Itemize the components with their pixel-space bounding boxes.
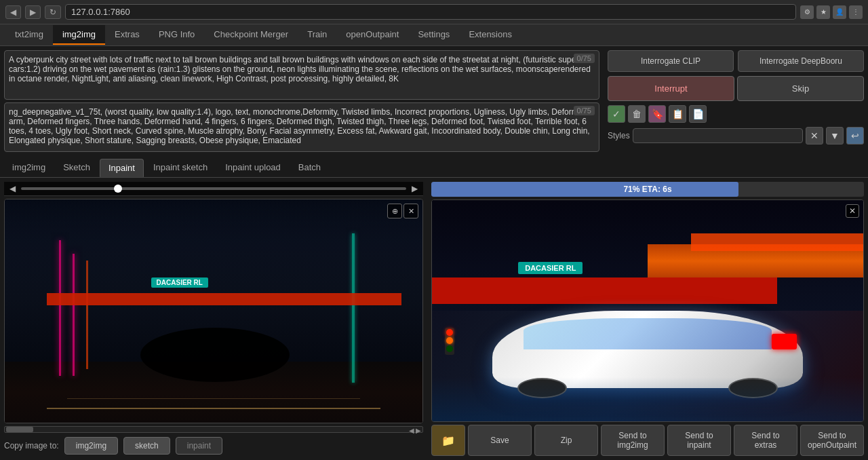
- copy-image-row: Copy image to: img2img sketch inpaint: [4, 436, 423, 456]
- styles-input[interactable]: [633, 128, 803, 143]
- scroll-left[interactable]: ◀: [409, 427, 414, 434]
- output-close-button[interactable]: ✕: [846, 204, 859, 218]
- back-button[interactable]: ◀: [5, 5, 21, 19]
- interrupt-button[interactable]: Interrupt: [608, 76, 734, 101]
- sub-tab-inpaint[interactable]: Inpaint: [100, 159, 144, 177]
- positive-char-count: 0/75: [574, 54, 595, 63]
- refresh-button[interactable]: ↻: [45, 5, 61, 19]
- right-panel: Interrogate CLIP Interrogate DeepBooru I…: [604, 46, 868, 156]
- forward-button[interactable]: ▶: [25, 5, 41, 19]
- canvas-area: ◀ ▶ DACA: [0, 178, 427, 460]
- sub-tab-batch[interactable]: Batch: [290, 159, 329, 177]
- tab-txt2img[interactable]: txt2img: [5, 25, 53, 45]
- interrogate-clip-button[interactable]: Interrogate CLIP: [608, 50, 734, 72]
- output-area: 71% ETA: 6s DACASIER RL: [427, 178, 868, 460]
- canvas-wrapper[interactable]: DACASIER RL ⊕ ✕: [4, 199, 423, 423]
- zip-button[interactable]: Zip: [534, 425, 598, 456]
- brush-mask-blob: [140, 328, 290, 382]
- interrogate-deepbooru-button[interactable]: Interrogate DeepBooru: [738, 50, 864, 72]
- copy-img2img-button[interactable]: img2img: [64, 437, 118, 455]
- sub-tab-sketch[interactable]: Sketch: [55, 159, 98, 177]
- brush-left-arrow[interactable]: ◀: [9, 184, 16, 193]
- copy-sketch-button[interactable]: sketch: [123, 437, 170, 455]
- skip-button[interactable]: Skip: [737, 76, 864, 101]
- sub-tab-inpaint-upload[interactable]: Inpaint upload: [217, 159, 289, 177]
- ext-icon-3: 👤: [833, 5, 846, 19]
- brush-right-arrow[interactable]: ▶: [412, 184, 418, 193]
- styles-clear-icon[interactable]: ✕: [806, 127, 823, 145]
- open-folder-button[interactable]: 📁: [431, 425, 465, 456]
- send-extras-button[interactable]: Send to extras: [734, 425, 797, 456]
- progress-bar: 71% ETA: 6s: [431, 182, 864, 197]
- style-paste-icon[interactable]: 📄: [689, 105, 707, 123]
- style-check-icon[interactable]: ✓: [608, 105, 625, 123]
- tab-extras[interactable]: Extras: [105, 25, 149, 45]
- sub-tab-bar: img2img Sketch Inpaint Inpaint sketch In…: [0, 156, 868, 178]
- output-actions: 📁 Save Zip Send to img2img Send to inpai…: [431, 425, 864, 456]
- canvas-toolbar: ⊕: [387, 204, 402, 218]
- styles-row: Styles ✕ ▼ ↩: [608, 127, 864, 145]
- canvas-zoom-icon[interactable]: ⊕: [387, 204, 402, 218]
- brush-size-slider[interactable]: [21, 187, 406, 190]
- interrogate-row: Interrogate CLIP Interrogate DeepBooru: [608, 50, 864, 72]
- send-openoutpaint-button[interactable]: Send to openOutpaint: [800, 425, 864, 456]
- copy-label: Copy image to:: [4, 441, 59, 451]
- style-icons-row: ✓ 🗑 🔖 📋 📄: [608, 105, 864, 123]
- tab-extensions[interactable]: Extensions: [459, 25, 521, 45]
- sub-tab-inpaint-sketch[interactable]: Inpaint sketch: [145, 159, 216, 177]
- styles-dropdown-icon[interactable]: ▼: [826, 127, 844, 145]
- browser-icons: ⚙ ★ 👤 ⋮: [800, 5, 863, 19]
- progress-text: 71% ETA: 6s: [623, 185, 671, 194]
- tab-settings[interactable]: Settings: [408, 25, 459, 45]
- brush-area: ◀ ▶: [4, 182, 423, 196]
- tab-img2img[interactable]: img2img: [53, 25, 105, 45]
- negative-prompt-box: ng_deepnegative_v1_75t, (worst quality, …: [4, 102, 599, 152]
- copy-inpaint-button[interactable]: inpaint: [176, 437, 222, 455]
- save-button[interactable]: Save: [468, 425, 532, 456]
- scroll-right[interactable]: ▶: [416, 427, 421, 434]
- positive-prompt-input[interactable]: A cyberpunk city street with lots of tra…: [5, 51, 599, 97]
- ext-icon-4: ⋮: [849, 5, 863, 19]
- main-tab-bar: txt2img img2img Extras PNG Info Checkpoi…: [0, 24, 868, 46]
- ext-icon-2: ★: [816, 5, 830, 19]
- output-image-wrapper: DACASIER RL: [431, 199, 864, 422]
- style-bookmark-icon[interactable]: 🔖: [648, 105, 666, 123]
- positive-prompt-box: A cyberpunk city street with lots of tra…: [4, 50, 599, 100]
- tab-openoutpaint[interactable]: openOutpaint: [336, 25, 408, 45]
- tab-png-info[interactable]: PNG Info: [149, 25, 204, 45]
- prompt-area: A cyberpunk city street with lots of tra…: [0, 46, 604, 156]
- browser-bar: ◀ ▶ ↻ ⚙ ★ 👤 ⋮: [0, 0, 868, 24]
- progress-fill: [431, 182, 738, 197]
- action-row: Interrupt Skip: [608, 76, 864, 101]
- url-bar[interactable]: [65, 4, 796, 20]
- canvas-close-button[interactable]: ✕: [403, 204, 418, 218]
- tab-checkpoint-merger[interactable]: Checkpoint Merger: [204, 25, 298, 45]
- negative-prompt-input[interactable]: ng_deepnegative_v1_75t, (worst quality, …: [5, 103, 599, 149]
- tab-train[interactable]: Train: [298, 25, 336, 45]
- style-trash-icon[interactable]: 🗑: [628, 105, 646, 123]
- ext-icon-1: ⚙: [800, 5, 814, 19]
- styles-label: Styles: [608, 131, 630, 140]
- sub-tab-img2img[interactable]: img2img: [4, 159, 54, 177]
- send-img2img-button[interactable]: Send to img2img: [601, 425, 665, 456]
- send-inpaint-button[interactable]: Send to inpaint: [667, 425, 731, 456]
- styles-apply-icon[interactable]: ↩: [846, 127, 864, 145]
- style-copy-icon[interactable]: 📋: [669, 105, 686, 123]
- negative-char-count: 0/75: [574, 106, 595, 115]
